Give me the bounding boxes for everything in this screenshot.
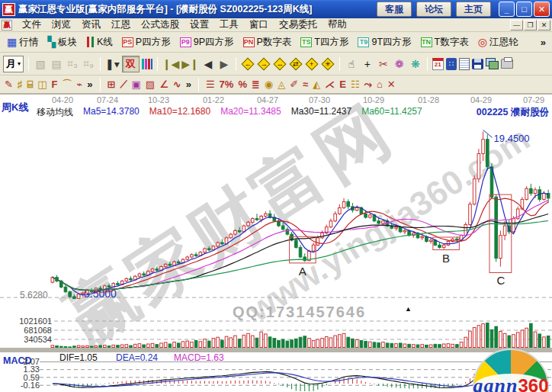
mdi-minimize-button[interactable]: — bbox=[510, 20, 523, 31]
knot-tool-icon[interactable]: ❁ bbox=[393, 56, 406, 72]
mdi-close-button[interactable]: ✕ bbox=[538, 20, 550, 31]
menu-item-3[interactable]: 资讯 bbox=[76, 18, 106, 32]
maximize-button[interactable]: □ bbox=[516, 2, 532, 17]
red-box-tool-icon[interactable]: ▨ bbox=[146, 78, 155, 92]
minimize-button[interactable]: _ bbox=[499, 2, 515, 17]
menu-item-4[interactable]: 江恩 bbox=[106, 18, 136, 32]
dual-screen-icon[interactable] bbox=[486, 58, 499, 69]
mdi-restore-button[interactable]: ❐ bbox=[524, 20, 537, 31]
levels-tool-icon[interactable]: ≣ bbox=[252, 78, 260, 92]
gold-gate-tool-icon[interactable]: ◫ bbox=[37, 78, 47, 92]
homepage-button[interactable]: 主页 bbox=[456, 2, 491, 17]
cross-x-tool-icon[interactable]: ✕ bbox=[387, 78, 396, 92]
window-title: 赢家江恩专业版[赢家内部服务平台] - [濮耐股份 SZ002225-123周K… bbox=[18, 3, 374, 16]
gold-triangle2-tool-icon[interactable]: ◭ bbox=[313, 78, 320, 92]
gann-circle-tool-icon[interactable]: ◉ bbox=[265, 78, 273, 92]
seven-percent-tool-icon[interactable]: 7% bbox=[220, 78, 234, 92]
fibonacci-tool-icon[interactable]: F bbox=[52, 78, 58, 92]
toolbar-separator bbox=[100, 78, 101, 92]
menu-item-8[interactable]: 窗口 bbox=[244, 18, 274, 32]
t-square-button[interactable]: TST四方形 bbox=[297, 34, 352, 50]
kline-chart-canvas[interactable]: 5.5000ABC19.4500▲ bbox=[0, 95, 552, 392]
gann-grid-tool-icon[interactable]: ⌸ bbox=[27, 78, 33, 92]
zigzag-tool-icon[interactable]: ∿ bbox=[173, 78, 181, 92]
square-ruler-tool-icon[interactable]: ⊞ bbox=[108, 78, 116, 92]
p-number-table-button[interactable]: PNP数字表 bbox=[239, 34, 296, 50]
menu-item-7[interactable]: 工具 bbox=[214, 18, 244, 32]
trendline-tool-icon[interactable]: ∠ bbox=[159, 78, 168, 92]
ma-legend-item: Ma30=11.2437 bbox=[291, 106, 352, 119]
e-model-tool-icon[interactable]: E bbox=[339, 78, 346, 92]
calculator-icon[interactable]: ∷ bbox=[446, 58, 457, 70]
9t-square-button[interactable]: T99T四方形 bbox=[354, 34, 415, 50]
pan-right-icon[interactable]: → bbox=[257, 57, 270, 70]
menu-item-1[interactable]: 文件 bbox=[17, 18, 47, 32]
print-icon[interactable] bbox=[501, 59, 513, 69]
scissors-icon[interactable]: ✂ bbox=[377, 56, 390, 72]
minute3-view-icon: ⌗₃ bbox=[66, 56, 79, 72]
kline-button[interactable]: K线 bbox=[82, 34, 117, 50]
toolbar-overflow-icon[interactable]: » bbox=[186, 78, 191, 92]
ribbon-tool-icon[interactable]: ❋ bbox=[409, 56, 422, 72]
pan-left-icon[interactable]: ← bbox=[241, 57, 254, 70]
toolbar-separator bbox=[157, 57, 158, 71]
t-number-table-button-label: T数字表 bbox=[435, 36, 469, 49]
arrow-curve-tool-icon[interactable]: ⤳ bbox=[364, 78, 372, 92]
close-button[interactable]: ✕ bbox=[534, 2, 550, 17]
date-axis-label: 01-28 bbox=[418, 95, 439, 104]
dif-value-label: DIF=1.05 bbox=[59, 352, 98, 363]
house-tool-icon[interactable]: ⌂ bbox=[377, 78, 383, 92]
menu-item-6[interactable]: 设置 bbox=[185, 18, 214, 32]
color-bars-icon[interactable] bbox=[142, 59, 152, 69]
zoom-out-icon[interactable]: ✳ bbox=[321, 57, 334, 70]
percent-tool-icon[interactable]: % bbox=[238, 78, 247, 92]
hand-tool-icon[interactable]: ☝ bbox=[345, 56, 358, 72]
broom-tool-icon[interactable]: ⌁ bbox=[76, 78, 82, 92]
zoom-in-icon[interactable]: + bbox=[305, 57, 318, 70]
gann-wheel-button[interactable]: ◎江恩轮 bbox=[474, 34, 522, 50]
menu-item-9[interactable]: 交易委托 bbox=[274, 18, 323, 32]
chart-area[interactable]: 赢家财富网 www.yingjia360.com QQ:1731457646 5… bbox=[0, 95, 552, 392]
compress-horizontal-icon[interactable]: ⇄ bbox=[289, 57, 302, 70]
dual-chart-button[interactable]: 双 bbox=[122, 56, 140, 72]
expand-horizontal-icon[interactable]: ↔ bbox=[273, 57, 286, 70]
crosshair-icon[interactable]: + bbox=[361, 56, 374, 72]
sectors-button[interactable]: ▚板块 bbox=[43, 34, 81, 50]
hatch-tool-icon[interactable]: ♯ bbox=[18, 78, 23, 92]
gann360-logo: gann360 bbox=[473, 349, 549, 392]
stock-code-name-label: 002225 濮耐股份 bbox=[477, 106, 549, 119]
calendar-icon[interactable]: 21 bbox=[432, 58, 444, 70]
next-bar-icon[interactable]: ▶ bbox=[217, 56, 231, 72]
drawing-toolbar: ✎♯⌸◫F⌒⌁»⊞⟋▣▨∠∿»☰7%%≣◉◬✐≈◭⋌E☷⤳⌂✕ bbox=[0, 76, 552, 95]
notepad-icon[interactable] bbox=[459, 58, 470, 70]
gold-triangle-tool-icon[interactable]: ◬ bbox=[278, 78, 285, 92]
pen-tool-icon[interactable]: ✎ bbox=[5, 78, 13, 92]
save-icon[interactable] bbox=[472, 59, 483, 69]
quotes-button[interactable]: ▦行情 bbox=[3, 34, 42, 50]
9p-square-button[interactable]: P99P四方形 bbox=[176, 34, 238, 50]
purple-box-tool-icon[interactable]: ▣ bbox=[132, 78, 141, 92]
toolbar-overflow-icon[interactable]: » bbox=[87, 78, 92, 92]
arc-tool-icon[interactable]: ⌒ bbox=[62, 78, 72, 92]
gann-fan-tool-icon[interactable]: ⟋ bbox=[120, 78, 127, 92]
brush2-tool-icon[interactable]: ✐ bbox=[290, 78, 298, 92]
forum-button[interactable]: 论坛 bbox=[416, 2, 451, 17]
menu-item-2[interactable]: 浏览 bbox=[47, 18, 76, 32]
first-bar-icon[interactable]: ❙◀ bbox=[162, 56, 180, 72]
speedline-tool-icon[interactable]: ⋌ bbox=[325, 78, 335, 92]
toolbar-overflow-icon[interactable]: » bbox=[541, 37, 549, 48]
customer-service-button[interactable]: 客服 bbox=[377, 2, 412, 17]
prev-bar-icon[interactable]: ◀ bbox=[201, 56, 215, 72]
menu-item-5[interactable]: 公式选股 bbox=[136, 18, 185, 32]
ladder-tool-icon[interactable]: ☰ bbox=[206, 78, 215, 92]
menu-item-10[interactable]: 帮助 bbox=[323, 18, 352, 32]
candle-style-button[interactable]: ❚▾ bbox=[105, 56, 120, 72]
wave-tool-icon[interactable]: ≈ bbox=[303, 78, 308, 92]
t-number-table-button[interactable]: TNT数字表 bbox=[417, 34, 473, 50]
hexagram-tool-icon[interactable]: ☷ bbox=[351, 78, 360, 92]
last-bar-icon[interactable]: ▶❙ bbox=[181, 56, 199, 72]
p-square-button[interactable]: PSP四方形 bbox=[118, 34, 175, 50]
period-month-button[interactable]: 月▾ bbox=[3, 56, 24, 72]
macd-value-label: MACD=1.63 bbox=[174, 352, 224, 363]
kline-button-label: K线 bbox=[97, 36, 113, 49]
